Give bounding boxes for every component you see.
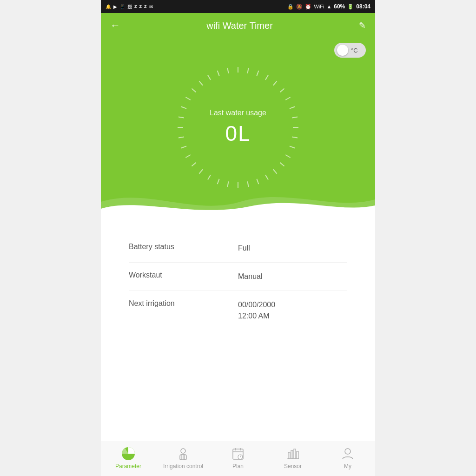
battery-status-value: Full (238, 243, 347, 254)
zalo-icon3: Z (144, 4, 147, 9)
svg-line-35 (227, 68, 228, 73)
svg-line-17 (247, 181, 248, 187)
image-icon: 🖼 (127, 4, 132, 9)
toggle-row: °C (101, 38, 375, 58)
svg-line-16 (257, 179, 258, 184)
plan-label: Plan (232, 463, 244, 469)
nav-item-my[interactable]: My (320, 447, 375, 469)
status-bar: 🔔 ▶ 📱 🖼 Z Z Z ✉ 🔒 🔕 ⏰ WiFi ▲ 60% 🔋 08:04 (101, 0, 375, 13)
svg-line-19 (227, 181, 228, 187)
svg-point-37 (181, 449, 185, 453)
content-area: Battery status Full Workstaut Manual Nex… (101, 220, 375, 442)
toggle-label: °C (351, 47, 358, 54)
svg-line-22 (199, 169, 203, 173)
phone-icon: 📱 (119, 4, 125, 9)
workstaut-value: Manual (238, 271, 347, 282)
gauge-container: Last water usage 0L (173, 62, 303, 192)
svg-line-14 (273, 169, 277, 173)
sensor-label: Sensor (284, 463, 302, 469)
my-icon (341, 447, 355, 461)
nav-item-plan[interactable]: Plan (211, 447, 265, 469)
svg-line-26 (178, 137, 184, 138)
battery-percent: 60% (334, 3, 345, 10)
svg-line-21 (208, 175, 211, 179)
svg-line-15 (265, 175, 268, 179)
svg-line-13 (280, 163, 284, 166)
battery-icon: 🔋 (347, 4, 354, 10)
my-label: My (344, 463, 351, 469)
svg-line-12 (285, 155, 290, 158)
svg-line-30 (185, 97, 190, 100)
svg-line-29 (181, 107, 186, 109)
svg-point-53 (345, 449, 350, 454)
svg-line-1 (247, 68, 248, 73)
mail-icon: ✉ (149, 4, 153, 9)
svg-line-23 (192, 163, 196, 166)
phone-frame: 🔔 ▶ 📱 🖼 Z Z Z ✉ 🔒 🔕 ⏰ WiFi ▲ 60% 🔋 08:04… (101, 0, 375, 476)
svg-line-24 (185, 155, 190, 158)
toggle-knob (337, 45, 348, 56)
svg-line-4 (273, 81, 277, 85)
svg-line-3 (265, 75, 268, 79)
temperature-toggle[interactable]: °C (334, 43, 366, 58)
gauge-label: Last water usage (210, 109, 266, 117)
bottom-nav: Parameter Irrigation control (101, 442, 375, 476)
zalo-icon1: Z (134, 4, 137, 9)
nav-item-irrigation[interactable]: Irrigation control (156, 447, 211, 469)
workstaut-label: Workstaut (129, 271, 238, 279)
wifi-icon: WiFi (314, 4, 324, 9)
svg-line-7 (290, 107, 295, 109)
svg-rect-48 (288, 452, 290, 459)
irrigation-icon (176, 447, 190, 461)
svg-line-33 (208, 75, 211, 79)
battery-status-label: Battery status (129, 243, 238, 251)
svg-line-8 (292, 117, 298, 118)
svg-line-6 (285, 97, 290, 100)
svg-line-25 (181, 146, 186, 148)
svg-line-32 (199, 81, 203, 85)
svg-rect-50 (294, 449, 296, 459)
status-icons-left: 🔔 ▶ 📱 🖼 Z Z Z ✉ (106, 4, 153, 9)
bell-icon: 🔔 (106, 4, 111, 9)
parameter-label: Parameter (115, 463, 141, 469)
nav-item-parameter[interactable]: Parameter (101, 447, 156, 469)
battery-status-row: Battery status Full (129, 234, 347, 263)
svg-line-11 (290, 146, 295, 148)
clock-time: 08:04 (356, 3, 370, 10)
green-area: °C (101, 38, 375, 220)
nav-item-sensor[interactable]: Sensor (265, 447, 320, 469)
gauge-value: 0L (210, 121, 266, 146)
mute-icon: 🔕 (296, 4, 303, 10)
page-title: wifi Water Timer (206, 20, 273, 31)
next-irrigation-row: Next irrigation 00/00/200012:00 AM (129, 291, 347, 330)
svg-line-34 (218, 71, 219, 76)
signal-icon: ▲ (326, 4, 331, 9)
svg-line-10 (292, 137, 298, 138)
svg-rect-49 (291, 450, 293, 459)
status-icons-right: 🔒 🔕 ⏰ WiFi ▲ 60% 🔋 08:04 (287, 3, 370, 10)
lock-icon: 🔒 (287, 4, 294, 10)
svg-line-20 (218, 179, 219, 184)
svg-line-5 (280, 88, 284, 92)
parameter-icon (121, 447, 135, 461)
youtube-icon: ▶ (113, 4, 117, 9)
app-header: ← wifi Water Timer ✎ (101, 13, 375, 38)
next-irrigation-label: Next irrigation (129, 299, 238, 308)
wave-decoration (101, 188, 375, 220)
workstaut-row: Workstaut Manual (129, 263, 347, 291)
zalo-icon2: Z (139, 4, 142, 9)
back-button[interactable]: ← (110, 20, 120, 32)
irrigation-label: Irrigation control (163, 463, 203, 469)
gauge-content: Last water usage 0L (210, 109, 266, 146)
edit-button[interactable]: ✎ (359, 20, 366, 31)
svg-line-28 (178, 117, 184, 118)
plan-icon (231, 447, 245, 461)
alarm-icon: ⏰ (305, 4, 311, 10)
sensor-icon (286, 447, 300, 461)
svg-line-2 (257, 71, 258, 76)
svg-rect-51 (297, 451, 298, 459)
next-irrigation-value: 00/00/200012:00 AM (238, 299, 347, 322)
svg-line-31 (192, 88, 196, 92)
